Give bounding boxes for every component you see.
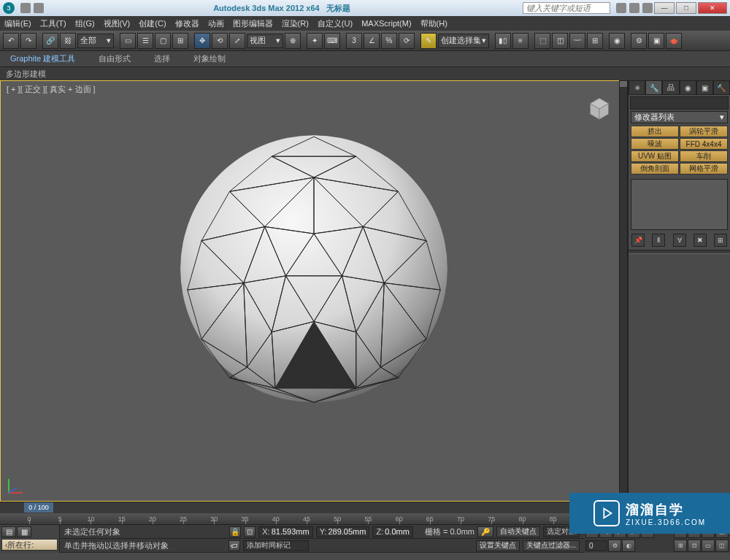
menu-maxscript[interactable]: MAXScript(M) <box>361 19 411 28</box>
make-unique-icon[interactable]: ∀ <box>673 234 686 247</box>
show-end-result-icon[interactable]: Ⅱ <box>652 234 665 247</box>
current-frame-input[interactable]: 0 <box>585 540 607 551</box>
viewport[interactable]: [ + ][ 正交 ][ 真实 + 边面 ] <box>0 80 628 502</box>
window-crossing-icon[interactable]: ⊞ <box>172 33 188 49</box>
autokey-button[interactable]: 自动关键点 <box>496 526 540 537</box>
modifier-stack[interactable] <box>631 179 728 230</box>
material-editor-icon[interactable]: ◉ <box>609 33 625 49</box>
menu-edit[interactable]: 编辑(E) <box>4 18 31 29</box>
select-move-icon[interactable]: ✥ <box>194 33 210 49</box>
pin-stack-icon[interactable]: 📌 <box>631 234 645 247</box>
maximize-button[interactable]: □ <box>676 2 696 14</box>
undo-icon[interactable]: ↶ <box>3 33 19 49</box>
viewnav-maximize-icon[interactable]: ◫ <box>715 540 729 552</box>
utilities-tab-icon[interactable]: 🔨 <box>713 80 730 95</box>
favorites-icon[interactable] <box>629 3 639 13</box>
viewnav-zoomall-icon[interactable]: ⊞ <box>674 540 687 552</box>
key-mode-icon[interactable]: ◐ <box>622 540 635 552</box>
quick-access-undo-icon[interactable] <box>20 3 31 13</box>
quick-access-redo-icon[interactable] <box>34 3 44 13</box>
select-scale-icon[interactable]: ⤢ <box>229 33 245 49</box>
rendered-frame-icon[interactable]: ▣ <box>648 33 664 49</box>
named-selection-dropdown[interactable]: 创建选择集▾ <box>438 34 489 48</box>
layer-manager-icon[interactable]: ⬚ <box>534 33 550 49</box>
select-region-icon[interactable]: ▢ <box>155 33 171 49</box>
display-tab-icon[interactable]: ▣ <box>696 80 713 95</box>
pivot-icon[interactable]: ⊕ <box>285 33 301 49</box>
infocenter-icon[interactable] <box>616 3 626 13</box>
modbtn-lathe[interactable]: 车削 <box>680 150 728 162</box>
isolate-icon[interactable]: ⊡ <box>244 526 256 537</box>
percent-snap-icon[interactable]: % <box>381 33 397 49</box>
curve-editor-icon[interactable]: 〰 <box>569 33 585 49</box>
keyboard-shortcut-icon[interactable]: ⌨ <box>324 33 340 49</box>
menu-create[interactable]: 创建(C) <box>139 18 166 29</box>
modbtn-ffd[interactable]: FFD 4x4x4 <box>680 138 728 150</box>
viewport-scrollbar[interactable] <box>619 80 628 502</box>
modbtn-turbosmooth[interactable]: 涡轮平滑 <box>680 126 728 137</box>
unlink-icon[interactable]: ⛓ <box>60 33 76 49</box>
close-button[interactable]: ✕ <box>698 2 727 14</box>
help-search-input[interactable] <box>523 2 610 14</box>
menu-grapheditors[interactable]: 图形编辑器 <box>233 18 273 29</box>
z-coord-input[interactable]: Z:0.0mm <box>372 526 412 537</box>
selection-filter-dropdown[interactable]: 全部▾ <box>77 34 114 48</box>
ribbon-tab-freeform[interactable]: 自由形式 <box>94 52 135 66</box>
mirror-icon[interactable]: ▮▯ <box>495 33 511 49</box>
create-tab-icon[interactable]: ✳ <box>629 80 645 95</box>
menu-group[interactable]: 组(G) <box>75 18 95 29</box>
menu-modifiers[interactable]: 修改器 <box>175 18 199 29</box>
lock-selection-icon[interactable]: 🔒 <box>229 526 241 537</box>
ribbon-tab-selection[interactable]: 选择 <box>150 52 174 66</box>
time-config-icon[interactable]: ⚙ <box>608 540 621 552</box>
menu-help[interactable]: 帮助(H) <box>420 18 447 29</box>
script-line-indicator[interactable]: ‹ 所在行: <box>1 539 58 551</box>
minimize-button[interactable]: — <box>654 2 675 14</box>
render-production-icon[interactable]: 🫖 <box>666 33 682 49</box>
y-coord-input[interactable]: Y:289.05mm <box>316 526 370 537</box>
motion-tab-icon[interactable]: ◉ <box>680 80 696 95</box>
viewcube-icon[interactable] <box>586 96 612 122</box>
redo-icon[interactable]: ↷ <box>20 33 36 49</box>
modify-tab-icon[interactable]: 🔧 <box>645 80 662 95</box>
help-icon[interactable] <box>642 3 653 13</box>
select-icon[interactable]: ▭ <box>120 33 136 49</box>
link-icon[interactable]: 🔗 <box>42 33 58 49</box>
edit-named-sel-icon[interactable]: ✎ <box>420 33 437 49</box>
app-logo-icon[interactable]: 3 <box>3 2 15 14</box>
geosphere-object[interactable] <box>174 128 455 409</box>
select-rotate-icon[interactable]: ⟲ <box>212 33 228 49</box>
modifier-list-dropdown[interactable]: 修改器列表▾ <box>631 111 728 123</box>
ribbon-panel-label[interactable]: 多边形建模 <box>0 67 730 80</box>
spinner-snap-icon[interactable]: ⟳ <box>399 33 415 49</box>
angle-snap-icon[interactable]: ∠ <box>364 33 380 49</box>
keyfilter-button[interactable]: 关键点过滤器... <box>523 540 580 551</box>
viewnav-region-icon[interactable]: ▭ <box>702 540 715 552</box>
viewnav-zoomext-icon[interactable]: ⊡ <box>688 540 701 552</box>
ribbon-tab-objectpaint[interactable]: 对象绘制 <box>189 52 230 66</box>
rollout-divider[interactable] <box>629 250 730 254</box>
maxscript-mini-icon[interactable]: ▤ <box>1 526 16 537</box>
setkey-button[interactable]: 设置关键点 <box>476 540 520 551</box>
select-by-name-icon[interactable]: ☰ <box>137 33 153 49</box>
object-name-input[interactable] <box>630 96 729 110</box>
menu-customize[interactable]: 自定义(U) <box>318 18 353 29</box>
menu-tools[interactable]: 工具(T) <box>40 18 66 29</box>
modbtn-noise[interactable]: 噪波 <box>631 138 679 150</box>
snap-toggle-icon[interactable]: 3 <box>346 33 362 49</box>
modbtn-uvw[interactable]: UVW 贴图 <box>631 150 679 162</box>
graphite-icon[interactable]: ◫ <box>552 33 568 49</box>
configure-sets-icon[interactable]: ⊞ <box>714 234 727 247</box>
listener-icon[interactable]: ▦ <box>17 526 31 537</box>
frame-indicator[interactable]: 0 / 100 <box>24 502 53 513</box>
manipulate-icon[interactable]: ✦ <box>307 33 323 49</box>
hierarchy-tab-icon[interactable]: 品 <box>662 80 679 95</box>
schematic-icon[interactable]: ⊞ <box>587 33 603 49</box>
menu-render[interactable]: 渲染(R) <box>282 18 309 29</box>
menu-animation[interactable]: 动画 <box>208 18 224 29</box>
ref-coord-dropdown[interactable]: 视图▾ <box>247 34 283 48</box>
key-lock-icon[interactable]: 🔑 <box>477 526 493 537</box>
x-coord-input[interactable]: X:81.593mm <box>258 526 312 537</box>
add-time-tag-dropdown[interactable]: 添加时间标记 <box>243 540 309 551</box>
render-setup-icon[interactable]: ⚙ <box>631 33 647 49</box>
